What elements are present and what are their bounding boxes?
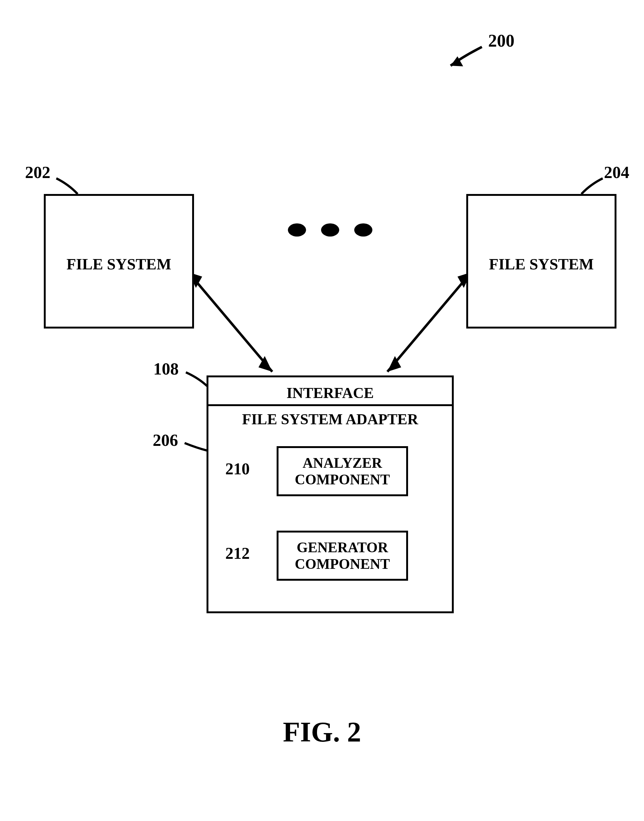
file-system-adapter-label: FILE SYSTEM ADAPTER bbox=[209, 410, 452, 428]
ref-202: 202 bbox=[25, 163, 51, 182]
ellipsis-dot bbox=[354, 224, 373, 237]
file-system-adapter-box: INTERFACE FILE SYSTEM ADAPTER ANALYZER C… bbox=[207, 375, 454, 613]
ellipsis-dot bbox=[321, 224, 339, 237]
ref-206: 206 bbox=[153, 431, 178, 450]
interface-bar: INTERFACE bbox=[207, 375, 454, 406]
ref-210: 210 bbox=[225, 460, 250, 478]
svg-marker-6 bbox=[387, 356, 401, 372]
ellipsis-dot bbox=[288, 224, 306, 237]
file-system-left-label: FILE SYSTEM bbox=[46, 255, 192, 273]
generator-component-box: GENERATOR COMPONENT bbox=[277, 531, 408, 581]
ref-204: 204 bbox=[604, 163, 629, 182]
interface-label: INTERFACE bbox=[209, 384, 452, 401]
analyzer-component-label: ANALYZER COMPONENT bbox=[279, 455, 406, 488]
ref-212: 212 bbox=[225, 544, 250, 562]
svg-marker-0 bbox=[451, 56, 463, 66]
generator-component-label: GENERATOR COMPONENT bbox=[279, 539, 406, 573]
svg-line-1 bbox=[189, 272, 272, 372]
file-system-right-label: FILE SYSTEM bbox=[468, 255, 615, 273]
svg-marker-3 bbox=[259, 356, 272, 372]
figure-caption: FIG. 2 bbox=[0, 717, 644, 747]
ref-108: 108 bbox=[153, 360, 179, 378]
analyzer-component-box: ANALYZER COMPONENT bbox=[277, 446, 408, 496]
file-system-left-box: FILE SYSTEM bbox=[44, 194, 194, 329]
svg-line-4 bbox=[387, 272, 471, 372]
ref-200: 200 bbox=[488, 31, 514, 51]
file-system-right-box: FILE SYSTEM bbox=[466, 194, 616, 329]
diagram-stage: 200 FILE SYSTEM 202 FILE SYSTEM 204 INTE… bbox=[0, 0, 644, 821]
